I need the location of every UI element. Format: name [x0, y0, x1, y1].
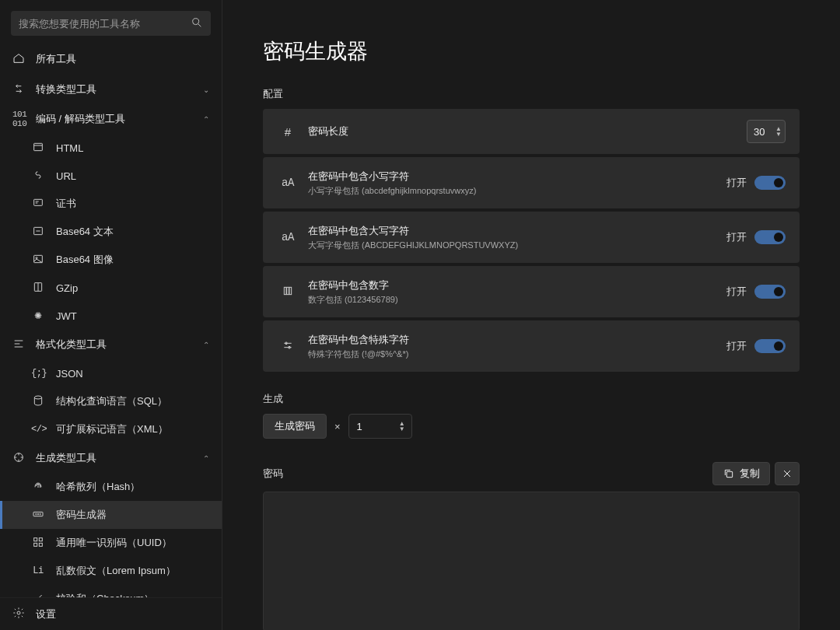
- cert-icon: [31, 197, 45, 212]
- nav-head-format-label: 格式化类型工具: [36, 338, 192, 352]
- uppercase-sub: 大写字母包括 (ABCDEFGHIJKLMNOPQRSTUVWXYZ): [308, 240, 726, 251]
- svg-rect-14: [34, 537, 37, 541]
- nav-section-format: 格式化类型工具 ⌃ {;} JSON 结构化查询语言（SQL） </> 可扩展标…: [0, 330, 222, 443]
- length-input[interactable]: 30 ▲▼: [747, 120, 786, 143]
- lowercase-sub: 小写字母包括 (abcdefghijklmnopqrstuvwxyz): [308, 185, 726, 197]
- nav-item-xml-label: 可扩展标记语言（XML）: [56, 422, 209, 436]
- clear-button[interactable]: [775, 462, 800, 485]
- html-icon: [31, 141, 45, 156]
- home-icon: [12, 52, 25, 67]
- svg-line-1: [198, 24, 201, 26]
- svg-rect-2: [34, 143, 43, 150]
- search-box[interactable]: [11, 11, 211, 36]
- nav-head-gen[interactable]: 生成类型工具 ⌃: [0, 443, 222, 473]
- password-output[interactable]: [263, 492, 800, 630]
- lowercase-toggle[interactable]: [754, 176, 786, 190]
- nav-item-checksum[interactable]: 校验和（Checksum）: [0, 585, 222, 597]
- nav-item-b64img-label: Base64 图像: [56, 253, 209, 267]
- nav-item-hash[interactable]: 哈希散列（Hash）: [0, 473, 222, 501]
- nav-item-gzip[interactable]: GZip: [0, 274, 222, 302]
- password-header: 密码 复制: [263, 462, 800, 485]
- svg-rect-17: [39, 543, 42, 546]
- lorem-icon: Li: [31, 565, 45, 576]
- nav-item-url[interactable]: URL: [0, 162, 222, 190]
- nav-item-xml[interactable]: </> 可扩展标记语言（XML）: [0, 415, 222, 443]
- svg-rect-21: [289, 287, 292, 294]
- copy-icon: [723, 467, 735, 480]
- sidebar: 所有工具 转换类型工具 ⌄ 101010 编码 / 解码类型工具 ⌃ HTML: [0, 0, 222, 630]
- nav-item-html[interactable]: HTML: [0, 134, 222, 162]
- svg-rect-15: [39, 537, 42, 541]
- chevron-up-icon: ⌃: [203, 454, 209, 463]
- nav-settings[interactable]: 设置: [0, 597, 222, 630]
- nav-item-cert[interactable]: 证书: [0, 190, 222, 218]
- binary-icon: 101010: [12, 110, 25, 128]
- nav-section-encode: 101010 编码 / 解码类型工具 ⌃ HTML URL 证书 Base64 …: [0, 104, 222, 330]
- nav-item-jwt[interactable]: ✺ JWT: [0, 302, 222, 330]
- nav-head-encode[interactable]: 101010 编码 / 解码类型工具 ⌃: [0, 104, 222, 134]
- nav-item-pwd-label: 密码生成器: [56, 508, 209, 522]
- special-toggle[interactable]: [754, 339, 786, 353]
- svg-point-12: [37, 513, 38, 514]
- nav-item-jwt-label: JWT: [56, 310, 209, 322]
- svg-point-18: [17, 611, 20, 614]
- count-value: 1: [357, 421, 362, 432]
- nav-item-lorem[interactable]: Li 乱数假文（Lorem Ipsum）: [0, 557, 222, 585]
- count-input[interactable]: 1 ▲▼: [348, 414, 412, 439]
- spinner-icon[interactable]: ▲▼: [399, 421, 405, 432]
- b64-img-icon: [31, 253, 45, 268]
- generate-button[interactable]: 生成密码: [263, 414, 327, 439]
- nav-item-cert-label: 证书: [56, 197, 209, 211]
- lowercase-title: 在密码中包含小写字符: [308, 170, 726, 184]
- nav-scroll: 所有工具 转换类型工具 ⌄ 101010 编码 / 解码类型工具 ⌃ HTML: [0, 44, 222, 597]
- nav-item-hash-label: 哈希散列（Hash）: [56, 480, 209, 494]
- special-title: 在密码中包含特殊字符: [308, 333, 726, 347]
- length-value: 30: [754, 126, 765, 138]
- numbers-state: 打开: [726, 285, 747, 299]
- nav-head-gen-label: 生成类型工具: [36, 451, 192, 465]
- nav-head-encode-label: 编码 / 解码类型工具: [36, 112, 192, 126]
- nav-item-b64text[interactable]: Base64 文本: [0, 218, 222, 246]
- nav-item-b64img[interactable]: Base64 图像: [0, 246, 222, 274]
- numbers-icon: [277, 285, 299, 299]
- hash-icon: #: [277, 125, 299, 138]
- length-label: 密码长度: [308, 124, 747, 138]
- copy-button[interactable]: 复制: [712, 462, 770, 485]
- password-label: 密码: [263, 467, 708, 481]
- numbers-title: 在密码中包含数字: [308, 278, 726, 292]
- nav-item-lorem-label: 乱数假文（Lorem Ipsum）: [56, 564, 209, 578]
- chevron-up-icon: ⌃: [203, 115, 209, 124]
- card-numbers: 在密码中包含数字 数字包括 (0123456789) 打开: [263, 266, 800, 317]
- nav-item-pwd[interactable]: 密码生成器: [0, 501, 222, 529]
- search-input[interactable]: [19, 18, 191, 30]
- nav-item-b64text-label: Base64 文本: [56, 225, 209, 239]
- lowercase-state: 打开: [726, 176, 747, 190]
- uppercase-toggle[interactable]: [754, 230, 786, 244]
- nav-head-convert[interactable]: 转换类型工具 ⌄: [0, 75, 222, 104]
- sliders-icon: [277, 339, 299, 354]
- config-label: 配置: [263, 87, 800, 101]
- numbers-toggle[interactable]: [754, 285, 786, 299]
- json-icon: {;}: [31, 368, 45, 379]
- nav-head-format[interactable]: 格式化类型工具 ⌃: [0, 330, 222, 359]
- convert-icon: [12, 82, 25, 96]
- special-sub: 特殊字符包括 (!@#$%^&*): [308, 348, 726, 360]
- svg-rect-24: [726, 471, 732, 477]
- search-wrap: [0, 0, 222, 44]
- sql-icon: [31, 394, 45, 409]
- nav-item-json[interactable]: {;} JSON: [0, 359, 222, 387]
- nav-all-tools[interactable]: 所有工具: [0, 44, 222, 75]
- chevron-down-icon: ⌄: [203, 86, 209, 94]
- xml-icon: </>: [31, 424, 45, 435]
- svg-point-13: [40, 513, 40, 514]
- svg-point-8: [34, 396, 41, 399]
- search-icon[interactable]: [191, 16, 203, 31]
- svg-rect-3: [34, 199, 43, 205]
- close-icon: [781, 467, 793, 480]
- card-lowercase: aA 在密码中包含小写字符 小写字母包括 (abcdefghijklmnopqr…: [263, 157, 800, 208]
- nav-item-uuid[interactable]: 通用唯一识别码（UUID）: [0, 529, 222, 557]
- card-length: # 密码长度 30 ▲▼: [263, 109, 800, 154]
- nav-item-sql[interactable]: 结构化查询语言（SQL）: [0, 387, 222, 415]
- svg-point-11: [36, 513, 37, 514]
- spinner-icon[interactable]: ▲▼: [775, 126, 782, 137]
